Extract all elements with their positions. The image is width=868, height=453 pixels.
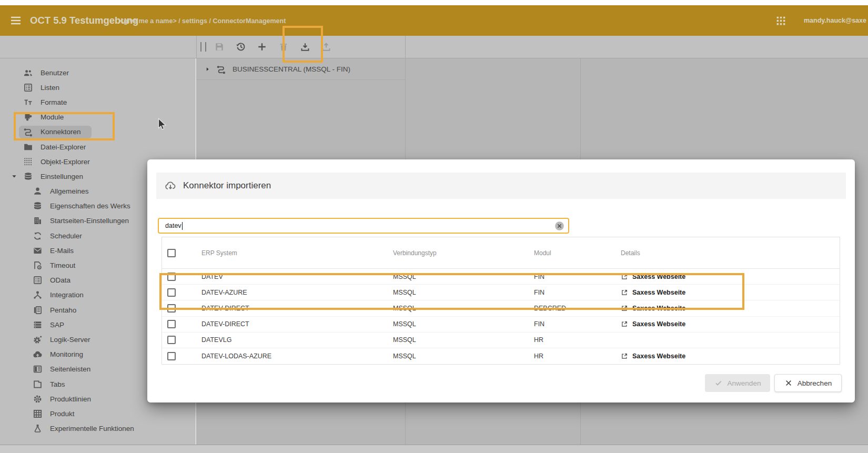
add-button[interactable]: [257, 42, 267, 52]
object-grid-icon: [23, 157, 33, 167]
column-header-details[interactable]: Details: [621, 249, 840, 257]
export-button[interactable]: [321, 42, 331, 52]
expand-arrow-icon[interactable]: [205, 66, 210, 72]
check-icon: [714, 379, 723, 387]
external-link-icon: [621, 320, 628, 328]
row-checkbox[interactable]: [167, 273, 176, 281]
sidebar-item-module[interactable]: Module: [0, 110, 196, 125]
sidebar-item-formate[interactable]: Formate: [0, 95, 196, 109]
device-icon: [33, 305, 43, 315]
sidebar-item-produkt[interactable]: Produkt: [0, 406, 196, 421]
details-link[interactable]: Saxess Webseite: [621, 353, 685, 360]
column-header-erp-system[interactable]: ERP System: [201, 249, 393, 257]
table-row-datev-direct-2[interactable]: DATEV-DIRECTMSSQLDEBCREDSaxess Webseite: [162, 300, 840, 316]
column-header-verbindungstyp[interactable]: Verbindungstyp: [393, 249, 534, 257]
users-icon: [23, 68, 33, 78]
hamburger-menu-button[interactable]: [9, 14, 22, 27]
database-icon: [33, 201, 43, 211]
download-icon: [300, 42, 310, 52]
sidebar-item-label: Experimentelle Funktionen: [50, 425, 134, 432]
sidebar-item-label: OData: [50, 276, 70, 284]
row-checkbox[interactable]: [167, 304, 176, 313]
bottom-strip: [0, 445, 868, 453]
tab-icon: [33, 379, 43, 389]
details-link[interactable]: Saxess Webseite: [621, 273, 685, 280]
sidebar-item-label: Einstellungen: [41, 173, 83, 180]
table-row-datev-direct-3[interactable]: DATEV-DIRECTMSSQLFINSaxess Webseite: [162, 317, 840, 333]
save-button[interactable]: [214, 42, 225, 52]
table-row-datevlg-4[interactable]: DATEVLGMSSQLHR: [162, 333, 840, 348]
puzzle-icon: [23, 112, 33, 122]
close-icon: [784, 379, 793, 387]
cancel-button[interactable]: Abbrechen: [774, 374, 842, 392]
table-row-datev-lodas-azure-5[interactable]: DATEV-LODAS-AZUREMSSQLHRSaxess Webseite: [162, 348, 840, 364]
row-checkbox[interactable]: [167, 320, 176, 328]
details-link-label: Saxess Webseite: [632, 353, 685, 360]
table-row-datev-azure-1[interactable]: DATEV-AZUREMSSQLFINSaxess Webseite: [162, 285, 840, 300]
clear-search-button[interactable]: [554, 221, 564, 231]
sidebar-item-label: E-Mails: [50, 247, 74, 255]
user-email[interactable]: mandy.hauck@saxe: [804, 5, 868, 36]
cell-erp-system: DATEV-DIRECT: [201, 305, 393, 312]
select-all-checkbox[interactable]: [167, 249, 176, 257]
cell-verbindungstyp: MSSQL: [393, 305, 534, 312]
details-link[interactable]: Saxess Webseite: [621, 289, 685, 296]
sidebar-item-label: Tabs: [50, 380, 65, 388]
share-network-icon: [33, 290, 43, 300]
cell-erp-system: DATEV-LODAS-AZURE: [201, 353, 393, 360]
history-icon: [236, 42, 246, 52]
building-icon: [33, 216, 43, 226]
sidebar-item-experimentelle-funktionen[interactable]: Experimentelle Funktionen: [0, 421, 196, 436]
external-link-icon: [621, 273, 628, 280]
search-input[interactable]: datev: [158, 218, 569, 234]
sidebar-item-label: Eigenschaften des Werks: [50, 202, 130, 210]
trash-icon: [278, 42, 289, 52]
cloud-import-icon: [165, 180, 176, 192]
row-checkbox[interactable]: [167, 336, 176, 344]
sidebar-item-label: Formate: [41, 98, 67, 106]
details-link-label: Saxess Webseite: [632, 273, 685, 280]
history-button[interactable]: [236, 42, 246, 52]
sidebar-item-label: SAP: [50, 321, 64, 329]
row-checkbox[interactable]: [167, 352, 176, 360]
import-button[interactable]: [300, 42, 310, 52]
flask-icon: [33, 424, 43, 434]
gear-plus-icon: [33, 335, 43, 345]
sidebar-item-label: Listen: [41, 84, 59, 92]
dialog-actions: Anwenden Abbrechen: [705, 374, 842, 392]
format-icon: [23, 97, 33, 107]
sidebar-item-konnektoren[interactable]: Konnektoren: [0, 125, 196, 139]
tree-item-businesscentral[interactable]: BUSINESSCENTRAL (MSSQL - FIN): [196, 58, 405, 80]
sidebar-item-datei-explorer[interactable]: Datei-Explorer: [0, 139, 196, 154]
apps-grid-button[interactable]: [775, 15, 786, 26]
sidebar-item-benutzer[interactable]: Benutzer: [0, 65, 196, 80]
details-link[interactable]: Saxess Webseite: [621, 320, 685, 328]
sidebar-item-label: Produkt: [50, 410, 75, 418]
save-icon: [214, 42, 225, 52]
connector-table: ERP System Verbindungstyp Modul Details …: [162, 237, 840, 365]
chevron-down-icon[interactable]: [11, 173, 17, 179]
search-value: datev: [165, 222, 181, 229]
details-link[interactable]: Saxess Webseite: [621, 305, 685, 312]
apply-button[interactable]: Anwenden: [705, 374, 770, 392]
cell-modul: DEBCRED: [534, 305, 621, 312]
delete-button[interactable]: [278, 42, 289, 52]
person-icon: [33, 186, 43, 196]
column-header-modul[interactable]: Modul: [534, 249, 621, 257]
row-checkbox[interactable]: [167, 288, 176, 297]
table-row-datev-0[interactable]: DATEVMSSQLFINSaxess Webseite: [162, 269, 840, 285]
sidebar-item-listen[interactable]: Listen: [0, 80, 196, 95]
toolbar-drag-handle[interactable]: [200, 42, 206, 52]
sidebar-item-label: Scheduler: [50, 232, 82, 240]
apply-button-label: Anwenden: [728, 379, 761, 387]
server-stack-icon: [33, 320, 43, 330]
gear-icon: [33, 394, 43, 404]
cell-verbindungstyp: MSSQL: [393, 289, 534, 296]
sidebar-item-label: Seitenleisten: [50, 365, 90, 373]
connector-icon: [216, 64, 226, 74]
table-header-row: ERP System Verbindungstyp Modul Details: [162, 237, 840, 269]
refresh-icon: [33, 231, 43, 241]
cell-verbindungstyp: MSSQL: [393, 273, 534, 280]
external-link-icon: [621, 289, 628, 296]
sidebar-panel-icon: [33, 364, 43, 374]
